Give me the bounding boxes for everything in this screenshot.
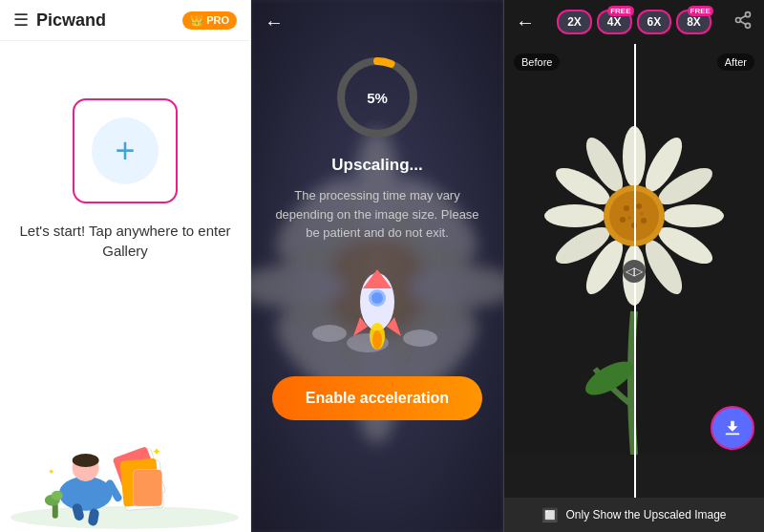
- menu-icon[interactable]: ☰: [13, 10, 29, 31]
- only-show-bar[interactable]: 🔲 Only Show the Upscaled Image: [504, 498, 764, 532]
- scale-6x-button[interactable]: 6X: [637, 10, 672, 34]
- svg-point-51: [663, 204, 724, 227]
- scale-4x-button[interactable]: 4X FREE: [597, 10, 632, 34]
- panel1-header: ☰ Picwand 👑 PRO: [0, 0, 250, 41]
- add-photo-button[interactable]: +: [73, 98, 178, 203]
- back-arrow-icon[interactable]: ←: [265, 11, 284, 32]
- svg-point-1: [59, 477, 113, 511]
- app-title: Picwand: [36, 11, 175, 31]
- panel2-content: 5% Upscaling... The processing time may …: [251, 45, 503, 532]
- scale-options: 2X 4X FREE 6X 8X FREE: [541, 10, 728, 34]
- svg-point-57: [544, 204, 605, 227]
- upscaling-desc: The processing time may vary depending o…: [270, 186, 484, 243]
- panel3-header: ← 2X 4X FREE 6X 8X FREE: [504, 0, 764, 44]
- comparison-handle[interactable]: ◁▷: [623, 260, 646, 283]
- svg-rect-12: [133, 470, 161, 506]
- svg-text:✦: ✦: [48, 467, 55, 477]
- svg-line-44: [740, 21, 746, 24]
- svg-point-36: [371, 292, 383, 304]
- svg-point-67: [627, 216, 631, 220]
- svg-point-63: [636, 203, 642, 209]
- svg-point-65: [641, 218, 647, 223]
- panel-upscaling: ← 5% Upscaling... The processing time ma…: [251, 0, 504, 532]
- svg-point-3: [73, 454, 99, 467]
- comparison-image: Before After ◁▷: [504, 44, 764, 498]
- enable-acceleration-button[interactable]: Enable acceleration: [272, 376, 482, 420]
- svg-point-64: [620, 217, 626, 223]
- scale-8x-button[interactable]: 8X FREE: [676, 10, 711, 34]
- only-show-text: Only Show the Upscaled Image: [565, 508, 726, 521]
- progress-percent: 5%: [367, 90, 388, 106]
- plus-icon: +: [115, 134, 135, 168]
- scale-2x-button[interactable]: 2X: [557, 10, 592, 34]
- back-arrow-white-icon[interactable]: ←: [516, 11, 535, 33]
- progress-circle: 5%: [334, 54, 420, 140]
- panel-comparison: ← 2X 4X FREE 6X 8X FREE: [504, 0, 764, 532]
- panel-home: ☰ Picwand 👑 PRO + Let's start! Tap anywh…: [0, 0, 251, 532]
- svg-point-30: [312, 325, 347, 342]
- svg-line-45: [740, 15, 746, 18]
- upscaling-title: Upscaling...: [331, 156, 422, 175]
- before-label: Before: [514, 53, 560, 71]
- rocket-illustration: [310, 262, 444, 357]
- pro-badge: 👑 PRO: [182, 11, 237, 30]
- share-icon[interactable]: [733, 11, 753, 34]
- scale-8x-badge: FREE: [688, 6, 713, 16]
- svg-point-68: [640, 212, 644, 216]
- crown-icon: 👑: [190, 14, 203, 27]
- svg-text:✦: ✦: [152, 445, 161, 458]
- download-button[interactable]: [711, 406, 754, 450]
- daisy-container: Before After ◁▷: [504, 44, 764, 498]
- svg-point-15: [52, 491, 63, 500]
- home-illustration: ✦ ✦: [0, 379, 250, 532]
- svg-point-0: [11, 506, 239, 529]
- scale-4x-badge: FREE: [607, 6, 633, 16]
- only-show-icon: 🔲: [541, 507, 558, 522]
- svg-rect-69: [726, 434, 740, 436]
- svg-point-40: [372, 330, 382, 350]
- after-label: After: [717, 53, 754, 71]
- panel1-content: + Let's start! Tap anywhere to enter Gal…: [0, 41, 250, 379]
- panel2-header: ←: [251, 0, 503, 45]
- svg-point-31: [403, 330, 437, 347]
- home-subtitle: Let's start! Tap anywhere to enter Galle…: [0, 221, 250, 261]
- svg-point-62: [624, 205, 629, 211]
- add-button-inner: +: [92, 117, 159, 184]
